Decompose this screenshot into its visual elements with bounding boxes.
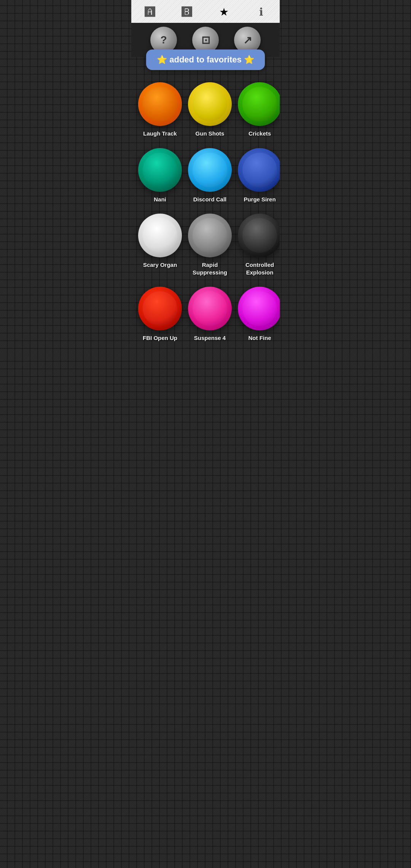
sound-item-discord-call[interactable]: Discord Call xyxy=(185,144,235,209)
sound-item-purge-siren[interactable]: Purge Siren xyxy=(235,144,280,209)
sound-button-fbi-open-up[interactable] xyxy=(138,287,182,330)
sound-label-controlled-explosion: Controlled Explosion xyxy=(238,261,280,276)
sound-item-scary-organ[interactable]: Scary Organ xyxy=(135,209,185,282)
sound-label-gun-shots: Gun Shots xyxy=(196,130,225,137)
tab-a-icon: 🅰 xyxy=(145,6,155,18)
tab-favorites[interactable]: ★ xyxy=(206,6,243,18)
sound-button-suspense-4[interactable] xyxy=(188,287,232,330)
tab-a[interactable]: 🅰 xyxy=(131,6,169,18)
sound-item-rapid-suppressing[interactable]: Rapid Suppressing xyxy=(185,209,235,282)
sound-button-gun-shots[interactable] xyxy=(188,82,232,126)
toast-message: ⭐ added to favorites ⭐ xyxy=(157,55,254,64)
sound-item-nani[interactable]: Nani xyxy=(135,144,185,209)
sound-label-laugh-track: Laugh Track xyxy=(143,130,177,137)
sound-label-suspense-4: Suspense 4 xyxy=(194,334,226,342)
sound-item-suspense-4[interactable]: Suspense 4 xyxy=(185,282,235,348)
sound-label-purge-siren: Purge Siren xyxy=(244,196,276,203)
sound-button-not-fine[interactable] xyxy=(238,287,280,330)
sound-item-gun-shots[interactable]: Gun Shots xyxy=(185,78,235,144)
sound-item-not-fine[interactable]: Not Fine xyxy=(235,282,280,348)
tab-b-icon: 🅱 xyxy=(182,6,192,18)
sound-label-scary-organ: Scary Organ xyxy=(143,261,177,269)
sound-label-discord-call: Discord Call xyxy=(193,196,227,203)
sound-label-nani: Nani xyxy=(154,196,166,203)
sound-item-fbi-open-up[interactable]: FBI Open Up xyxy=(135,282,185,348)
nav-bar: 🅰 🅱 ★ ℹ xyxy=(131,0,280,23)
sound-label-not-fine: Not Fine xyxy=(249,334,271,342)
sound-button-nani[interactable] xyxy=(138,148,182,192)
sound-label-rapid-suppressing: Rapid Suppressing xyxy=(188,261,232,276)
sound-item-controlled-explosion[interactable]: Controlled Explosion xyxy=(235,209,280,282)
tab-b[interactable]: 🅱 xyxy=(169,6,206,18)
sound-button-discord-call[interactable] xyxy=(188,148,232,192)
tab-info-icon: ℹ xyxy=(259,6,263,18)
sound-item-laugh-track[interactable]: Laugh Track xyxy=(135,78,185,144)
toast-banner: ⭐ added to favorites ⭐ xyxy=(146,49,265,70)
sound-button-controlled-explosion[interactable] xyxy=(238,214,280,257)
sound-button-rapid-suppressing[interactable] xyxy=(188,214,232,257)
sound-button-purge-siren[interactable] xyxy=(238,148,280,192)
tab-info[interactable]: ℹ xyxy=(243,6,280,18)
sound-button-crickets[interactable] xyxy=(238,82,280,126)
sound-label-fbi-open-up: FBI Open Up xyxy=(143,334,177,342)
sound-button-laugh-track[interactable] xyxy=(138,82,182,126)
tab-favorites-icon: ★ xyxy=(219,6,229,18)
sound-label-crickets: Crickets xyxy=(249,130,271,137)
sound-button-scary-organ[interactable] xyxy=(138,214,182,257)
sound-grid: Laugh Track Gun Shots Crickets Nani Disc… xyxy=(131,74,280,356)
sound-item-crickets[interactable]: Crickets xyxy=(235,78,280,144)
